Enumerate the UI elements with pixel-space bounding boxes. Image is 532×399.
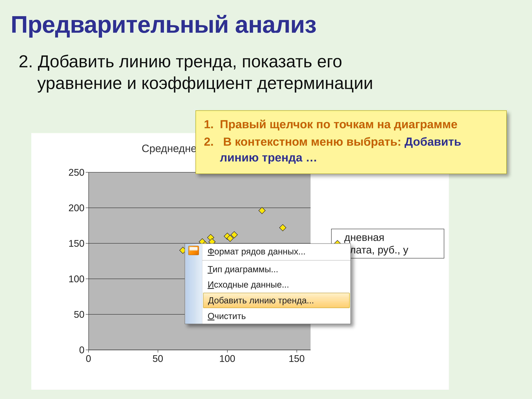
legend-text-line1: дневная bbox=[344, 231, 384, 243]
menu-chart-type[interactable]: Тип диаграммы... bbox=[202, 262, 350, 277]
y-axis-tick bbox=[86, 208, 89, 208]
instruction-line-2: уравнение и коэффициент детерминации bbox=[37, 72, 373, 94]
menu-separator bbox=[202, 260, 350, 260]
x-axis-tick bbox=[88, 350, 89, 352]
menu-format-series[interactable]: Формат рядов данных... bbox=[202, 244, 350, 259]
instruction-text: 2. Добавить линию тренда, показать его у… bbox=[19, 51, 373, 94]
y-axis-tick-label: 150 bbox=[63, 238, 84, 249]
y-axis bbox=[89, 172, 89, 350]
legend-text-line2: плата, руб., y bbox=[344, 244, 408, 256]
context-menu: Формат рядов данных... Тип диаграммы... … bbox=[185, 243, 351, 324]
x-axis-tick-label: 50 bbox=[152, 353, 163, 364]
callout-step-1: Правый щелчок по точкам на диаграмме bbox=[204, 116, 498, 132]
y-axis-tick-label: 0 bbox=[63, 344, 84, 355]
callout-step-2: В контекстном меню выбрать: Добавить лин… bbox=[204, 134, 498, 165]
context-menu-icon-strip bbox=[185, 244, 202, 324]
x-axis-tick bbox=[227, 350, 228, 352]
x-axis-tick-label: 100 bbox=[219, 353, 235, 364]
x-axis-tick bbox=[158, 350, 158, 352]
y-axis-tick bbox=[86, 350, 89, 350]
x-axis bbox=[89, 350, 310, 350]
x-axis-tick bbox=[297, 350, 297, 352]
y-axis-tick-label: 50 bbox=[63, 309, 84, 320]
instruction-callout: Правый щелчок по точкам на диаграмме В к… bbox=[196, 110, 507, 174]
y-axis-tick bbox=[86, 314, 89, 315]
x-axis-tick-label: 150 bbox=[289, 353, 305, 364]
menu-clear[interactable]: Очистить bbox=[202, 308, 350, 324]
y-axis-tick-label: 100 bbox=[63, 273, 84, 284]
menu-source-data[interactable]: Исходные данные... bbox=[202, 277, 350, 292]
x-axis-tick-label: 0 bbox=[86, 353, 91, 364]
y-axis-tick bbox=[86, 172, 89, 172]
y-axis-tick-label: 200 bbox=[63, 203, 84, 213]
y-axis-tick bbox=[86, 279, 89, 279]
menu-add-trendline[interactable]: Добавить линию тренда... bbox=[203, 293, 350, 308]
y-axis-tick-label: 250 bbox=[63, 167, 84, 178]
instruction-line-1: 2. Добавить линию тренда, показать его bbox=[19, 51, 373, 72]
gridline bbox=[89, 208, 310, 208]
y-axis-tick bbox=[86, 243, 89, 244]
chart-title: Среднедне bbox=[142, 142, 197, 155]
format-series-icon bbox=[188, 246, 199, 255]
slide-title: Предварительный анализ bbox=[11, 11, 316, 38]
